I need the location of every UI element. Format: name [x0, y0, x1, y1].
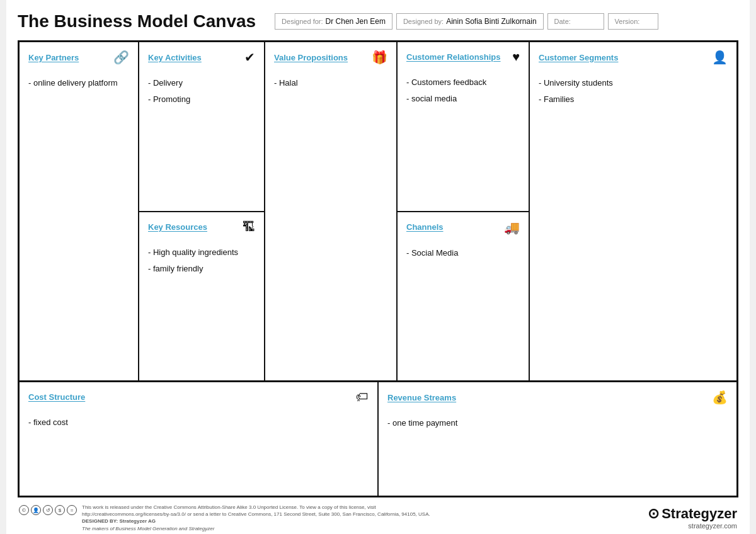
strategyzer-url: strategyzer.com	[688, 522, 737, 530]
list-item: - fixed cost	[28, 414, 369, 431]
customer-segments-cell: Customer Segments 👤 - University student…	[530, 42, 736, 380]
canvas-bottom: Cost Structure 🏷 - fixed cost Revenue St…	[20, 382, 736, 496]
revenue-streams-title: Revenue Streams	[387, 393, 456, 402]
list-item: - one time payment	[387, 415, 728, 431]
list-item: - Customers feedback	[406, 74, 520, 91]
strategyzer-logo: ⊙ Strategyzer	[648, 506, 737, 522]
value-propositions-cell: Value Propositions 🎁 - Halal	[265, 42, 398, 380]
key-resources-cell: Key Resources 🏗 - High quality ingredien…	[139, 212, 264, 381]
key-activities-content: - Delivery - Promoting	[148, 75, 255, 108]
header-fields: Designed for: Dr Chen Jen Eem Designed b…	[275, 13, 738, 30]
cost-structure-content: - fixed cost	[28, 414, 369, 431]
channels-cell: Channels 🚚 - Social Media	[398, 212, 529, 381]
revenue-streams-cell: Revenue Streams 💰 - one time payment	[379, 382, 736, 496]
footer-text-block: This work is released under the Creative…	[82, 504, 460, 532]
designed-by-label: Designed by:	[403, 18, 444, 25]
revenue-streams-header: Revenue Streams 💰	[387, 390, 728, 405]
customer-relationships-cell: Customer Relationships ♥ - Customers fee…	[398, 42, 529, 212]
channels-content: - Social Media	[406, 245, 520, 261]
footer-makers: The makers of Business Model Generation …	[82, 526, 214, 531]
people-icon: 👤	[712, 50, 728, 65]
key-resources-content: - High quality ingredients - family frie…	[148, 244, 255, 277]
cc-icon: ©	[19, 505, 29, 515]
list-item: - social media	[406, 91, 520, 107]
list-item: - Social Media	[406, 245, 520, 261]
designed-for-value: Dr Chen Jen Eem	[326, 17, 386, 26]
header: The Business Model Canvas Designed for: …	[18, 11, 738, 31]
value-propositions-header: Value Propositions 🎁	[274, 50, 387, 65]
page: The Business Model Canvas Designed for: …	[6, 0, 750, 534]
list-item: - Halal	[274, 75, 387, 91]
truck-icon: 🚚	[504, 220, 520, 235]
version-field: Version:	[608, 13, 658, 30]
key-resources-header: Key Resources 🏗	[148, 220, 255, 234]
brand-name: Strategyzer	[662, 506, 737, 522]
gift-icon: 🎁	[372, 50, 387, 65]
designed-for-label: Designed for:	[282, 18, 323, 25]
channels-title: Channels	[406, 222, 444, 232]
cost-structure-title: Cost Structure	[28, 392, 85, 402]
date-label: Date:	[554, 18, 571, 25]
key-partners-title: Key Partners	[28, 53, 79, 62]
key-activities-title: Key Activities	[148, 53, 202, 62]
footer: © 👤 ↺ $ = This work is released under th…	[18, 504, 738, 532]
key-partners-content: - online delivery platform	[28, 75, 129, 91]
logo-icon: ⊙	[648, 506, 659, 522]
customer-segments-header: Customer Segments 👤	[539, 50, 728, 65]
link-icon: 🔗	[113, 50, 129, 65]
canvas-main: Key Partners 🔗 - online delivery platfor…	[20, 42, 736, 382]
customer-segments-content: - University students - Families	[539, 75, 728, 108]
page-title: The Business Model Canvas	[18, 11, 256, 31]
resources-icon: 🏗	[243, 220, 255, 234]
customer-relationships-content: - Customers feedback - social media	[406, 74, 520, 107]
check-icon: ✔	[244, 50, 255, 65]
list-item: - High quality ingredients	[148, 244, 255, 261]
channels-header: Channels 🚚	[406, 220, 520, 235]
key-activities-cell: Key Activities ✔ - Delivery - Promoting	[139, 42, 264, 212]
key-partners-cell: Key Partners 🔗 - online delivery platfor…	[20, 42, 139, 380]
business-model-canvas: Key Partners 🔗 - online delivery platfor…	[18, 40, 738, 497]
tag-icon: 🏷	[356, 390, 369, 404]
version-label: Version:	[615, 18, 640, 25]
designed-by-field: Designed by: Ainin Sofia Binti Zulkornai…	[396, 13, 544, 30]
customer-rel-channels-column: Customer Relationships ♥ - Customers fee…	[398, 42, 530, 380]
designed-for-field: Designed for: Dr Chen Jen Eem	[275, 13, 392, 30]
money-icon: 💰	[712, 390, 728, 405]
cc-nd-icon: =	[67, 505, 77, 515]
footer-designed-by: DESIGNED BY: Strategyzer AG	[82, 518, 156, 524]
cost-structure-cell: Cost Structure 🏷 - fixed cost	[20, 382, 379, 496]
key-partners-header: Key Partners 🔗	[28, 50, 129, 65]
list-item: - Promoting	[148, 91, 255, 108]
value-propositions-content: - Halal	[274, 75, 387, 91]
revenue-streams-content: - one time payment	[387, 415, 728, 431]
cc-nc-icon: $	[55, 505, 65, 515]
list-item: - Families	[539, 91, 728, 108]
customer-segments-title: Customer Segments	[539, 53, 618, 62]
cc-by-icon: 👤	[31, 505, 41, 515]
cc-sa-icon: ↺	[43, 505, 53, 515]
license-text: This work is released under the Creative…	[82, 504, 430, 517]
list-item: - University students	[539, 75, 728, 91]
cost-structure-header: Cost Structure 🏷	[28, 390, 369, 404]
key-resources-title: Key Resources	[148, 222, 207, 232]
value-propositions-title: Value Propositions	[274, 53, 348, 62]
list-item: - online delivery platform	[28, 75, 129, 91]
list-item: - Delivery	[148, 75, 255, 91]
customer-relationships-title: Customer Relationships	[406, 52, 501, 62]
key-activities-resources-column: Key Activities ✔ - Delivery - Promoting …	[139, 42, 265, 380]
footer-right: ⊙ Strategyzer strategyzer.com	[648, 506, 737, 530]
footer-license-icons: © 👤 ↺ $ =	[19, 505, 77, 515]
customer-relationships-header: Customer Relationships ♥	[406, 50, 520, 64]
footer-left: © 👤 ↺ $ = This work is released under th…	[19, 504, 460, 532]
key-activities-header: Key Activities ✔	[148, 50, 255, 65]
list-item: - family friendly	[148, 261, 255, 277]
designed-by-value: Ainin Sofia Binti Zulkornain	[446, 17, 536, 26]
heart-icon: ♥	[512, 50, 520, 64]
date-field: Date:	[547, 13, 604, 30]
